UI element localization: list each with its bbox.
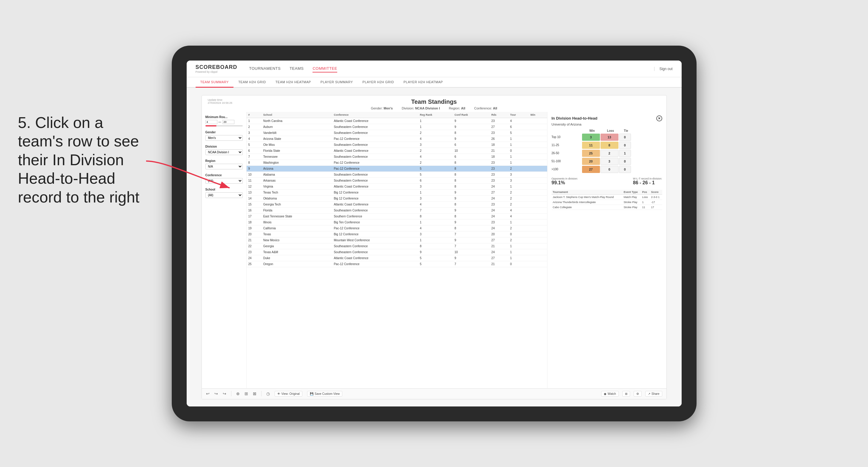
table-row[interactable]: 15 Georgia Tech Atlantic Coast Conferenc… [247,201,547,207]
sub-nav-player-summary[interactable]: PLAYER SUMMARY [316,77,358,87]
cell-conf-rank: 9 [453,195,490,201]
cell-conference: Southeastern Conference [332,207,418,213]
h2h-col-label [553,129,583,132]
nav-tournaments[interactable]: TOURNAMENTS [249,65,281,72]
layout-button[interactable]: ⊞ [622,391,630,397]
nav-teams[interactable]: TEAMS [289,65,304,72]
gender-select[interactable]: Men's [206,135,243,141]
cell-num: 1 [247,118,261,124]
cell-win [529,130,547,136]
cell-tour: 2 [508,201,529,207]
h2h-close-button[interactable]: ✕ [656,116,662,121]
cell-tour: 5 [508,130,529,136]
cell-tour: 1 [508,255,529,261]
col-conf-rank: Conf Rank [453,112,490,118]
col-conference: Conference [332,112,418,118]
cell-rds: 21 [490,261,508,267]
table-row[interactable]: 9 Arizona Pac-12 Conference 5 8 23 2 [247,165,547,172]
sub-nav-player-h2h-heatmap[interactable]: PLAYER H2H HEATMAP [399,77,447,87]
grid-icon[interactable]: ⊠ [253,391,256,396]
table-row[interactable]: 20 Texas Big 12 Conference 3 7 20 0 [247,231,547,237]
cell-tour: 3 [508,178,529,183]
fit-icon[interactable]: ⊞ [245,391,248,396]
table-row[interactable]: 2 Auburn Southeastern Conference 1 9 27 … [247,124,547,130]
table-row[interactable]: 25 Oregon Pac-12 Conference 5 7 21 0 [247,261,547,267]
cell-conference: Big 12 Conference [332,231,418,237]
list-item[interactable]: Jackson T. Stephens Cup Men's Match-Play… [552,194,662,199]
table-row[interactable]: 10 Alabama Southeastern Conference 5 8 2… [247,172,547,178]
card-title-area: Team Standings Gender: Men's Division: N… [253,98,616,110]
tablet-frame: SCOREBOARD Powered by clippd TOURNAMENTS… [172,45,696,422]
cell-tour: 4 [508,207,529,213]
nav-committee[interactable]: COMMITTEE [312,65,337,72]
table-row[interactable]: 23 Texas A&M Southeastern Conference 9 1… [247,249,547,255]
table-row[interactable]: 17 East Tennessee State Southern Confere… [247,213,547,219]
table-row[interactable]: 1 North Carolina Atlantic Coast Conferen… [247,118,547,124]
table-row[interactable]: 4 Arizona State Pac-12 Conference 4 9 26… [247,136,547,142]
table-row[interactable]: 5 Ole Miss Southeastern Conference 3 6 1… [247,142,547,148]
cell-school: Arkansas [261,178,332,183]
min-rounds-max-input[interactable] [222,120,235,124]
table-row[interactable]: 24 Duke Atlantic Coast Conference 5 9 27… [247,255,547,261]
sub-nav-team-h2h-grid[interactable]: TEAM H2H GRID [234,77,271,87]
clock-icon[interactable]: ◷ [266,391,270,396]
sub-nav-team-summary[interactable]: TEAM SUMMARY [196,77,234,88]
table-row[interactable]: 14 Oklahoma Big 12 Conference 3 9 24 2 [247,195,547,201]
save-custom-button[interactable]: 💾 Save Custom View [307,391,342,397]
cell-reg-rank: 6 [418,178,453,183]
cell-conference: Southeastern Conference [332,249,418,255]
tablet-screen: SCOREBOARD Powered by clippd TOURNAMENTS… [187,61,682,406]
table-row[interactable]: 11 Arkansas Southeastern Conference 6 8 … [247,178,547,183]
cell-win [529,255,547,261]
sign-out-button[interactable]: Sign out [654,67,672,71]
cell-num: 15 [247,201,261,207]
region-select[interactable]: N/A [206,164,243,169]
table-row[interactable]: 22 Georgia Southeastern Conference 8 7 2… [247,243,547,249]
redo-icon[interactable]: ↪ [214,391,218,396]
col-num: # [247,112,261,118]
settings-button[interactable]: ⚙ [633,391,642,397]
cell-tour: 0 [508,261,529,267]
record-label: W-L-T record in-division: [633,177,662,180]
table-row[interactable]: 21 New Mexico Mountain West Conference 1… [247,237,547,243]
school-select[interactable]: (All) [206,192,243,198]
cell-conference: Atlantic Coast Conference [332,183,418,189]
cell-reg-rank: 8 [418,243,453,249]
list-item[interactable]: Arizona Thunderbirds Intercollegiate Str… [552,199,662,205]
pos: Loss [641,194,650,199]
cell-win [529,178,547,183]
table-row[interactable]: 6 Florida State Atlantic Coast Conferenc… [247,148,547,154]
watch-button[interactable]: ◉ Watch [601,391,619,397]
cell-num: 6 [247,148,261,154]
table-row[interactable]: 18 Illinois Big Ten Conference 1 9 23 1 [247,219,547,225]
list-item[interactable]: Cabo Collegiate Stroke Play 11 17 [552,205,662,210]
cell-win [529,154,547,160]
table-row[interactable]: 7 Tennessee Southeastern Conference 4 6 … [247,154,547,160]
view-original-button[interactable]: 👁 View: Original [275,391,303,397]
cell-conf-rank: 8 [453,183,490,189]
zoom-icon[interactable]: ⊕ [236,391,240,396]
cell-conference: Atlantic Coast Conference [332,118,418,124]
share-button[interactable]: ↗ Share [645,391,662,397]
cell-school: Arizona State [261,136,332,142]
table-row[interactable]: 16 Florida Southeastern Conference 7 9 2… [247,207,547,213]
gender-label: Gender [206,131,243,134]
table-row[interactable]: 19 California Pac-12 Conference 4 8 24 2 [247,225,547,231]
save-custom-label: Save Custom View [315,392,340,396]
cell-win [529,124,547,130]
table-row[interactable]: 12 Virginia Atlantic Coast Conference 3 … [247,183,547,189]
sub-nav-player-h2h-grid[interactable]: PLAYER H2H GRID [358,77,399,87]
undo-icon[interactable]: ↩ [206,391,210,396]
save-icon: 💾 [310,392,313,396]
forward-icon[interactable]: ↪ [223,391,226,396]
h2h-loss-1125: 8 [600,142,618,149]
division-select[interactable]: NCAA Division I [206,149,243,155]
table-row[interactable]: 13 Texas Tech Big 12 Conference 1 9 27 2 [247,189,547,195]
conference-select[interactable]: (All) [206,178,243,184]
table-row[interactable]: 3 Vanderbilt Southeastern Conference 2 8… [247,130,547,136]
min-rounds-min-input[interactable] [206,120,217,124]
slider-bar[interactable] [206,125,243,126]
event-type: Stroke Play [622,205,641,210]
sub-nav-team-h2h-heatmap[interactable]: TEAM H2H HEATMAP [271,77,316,87]
table-row[interactable]: 8 Washington Pac-12 Conference 2 8 23 1 [247,160,547,165]
